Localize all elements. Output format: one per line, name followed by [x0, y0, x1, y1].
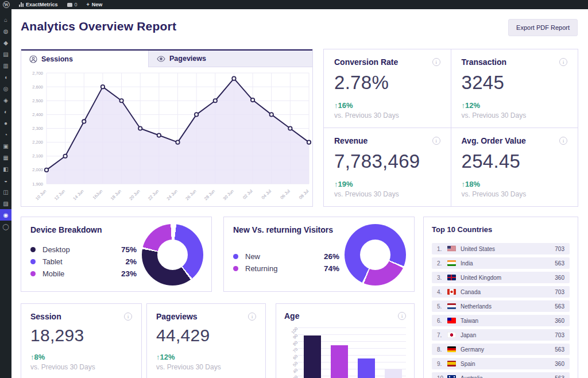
info-icon[interactable]: i — [124, 313, 132, 321]
tablet-dot-icon — [30, 259, 36, 264]
person-icon — [29, 55, 37, 63]
kpi-title: Revenue — [334, 136, 368, 145]
country-row: 10.Australia563 — [432, 372, 570, 378]
legend-value: 26% — [312, 252, 339, 261]
country-row: 9.Spain360 — [432, 358, 570, 369]
country-rows: 1.United States7032.India5633.United Kin… — [432, 243, 570, 378]
store-icon[interactable]: ◎ — [0, 83, 11, 94]
posts-icon[interactable]: ◆ — [0, 37, 11, 48]
info-icon[interactable]: i — [398, 312, 406, 320]
country-row: 4.Canada703 — [432, 286, 570, 298]
svg-text:08 Jul: 08 Jul — [298, 188, 310, 200]
legend-label: New — [245, 252, 312, 261]
svg-text:22 Jun: 22 Jun — [147, 188, 160, 201]
wordpress-logo-icon: W — [3, 1, 10, 8]
pageviews-title: Pageviews — [156, 312, 198, 321]
adminbar-exactmetrics[interactable]: ExactMetrics — [19, 2, 58, 7]
session-value: 18,293 — [30, 326, 132, 345]
info-icon[interactable]: i — [248, 313, 256, 321]
eye-icon — [157, 56, 165, 62]
loop-icon[interactable]: ◒ — [0, 175, 11, 186]
adminbar-comments[interactable]: 0 — [67, 2, 78, 7]
wp-logo-menu[interactable]: W — [3, 1, 10, 8]
svg-text:18 Jun: 18 Jun — [110, 188, 122, 201]
tab-sessions-label: Sessions — [41, 55, 73, 63]
svg-text:2,000: 2,000 — [32, 167, 43, 172]
country-name: Australia — [461, 375, 555, 378]
visitors-legend: New 26% Returning 74% — [233, 250, 339, 275]
wp-admin-bar: W ExactMetrics 0 + New — [0, 0, 588, 9]
desktop-dot-icon — [30, 247, 36, 252]
session-period: vs. Previous 30 Days — [30, 363, 132, 371]
country-row: 7.Japan703 — [432, 329, 570, 341]
country-rank: 1. — [437, 246, 447, 252]
tools-icon[interactable]: ◔ — [0, 129, 11, 140]
appearance-icon[interactable]: ◐ — [0, 106, 11, 117]
new-dot-icon — [233, 254, 238, 259]
session-title: Session — [30, 312, 61, 321]
kpi-value: 7,783,469 — [334, 151, 440, 172]
country-name: Netherlands — [461, 303, 555, 310]
flag-spain-icon — [447, 361, 456, 367]
dashboard-icon[interactable]: ⌂ — [0, 14, 11, 25]
gallery-icon[interactable]: ▨ — [0, 198, 11, 209]
country-name: Germany — [461, 346, 555, 353]
country-rank: 3. — [437, 275, 447, 281]
svg-text:24 Jun: 24 Jun — [166, 188, 179, 201]
legend-row-new: New 26% — [233, 250, 339, 263]
flag-netherlands-icon — [447, 303, 456, 309]
country-value: 360 — [555, 275, 564, 281]
marketing-icon[interactable]: ◈ — [0, 94, 11, 106]
age-bar — [331, 345, 348, 378]
adminbar-new[interactable]: + New — [87, 2, 103, 7]
svg-text:2,100: 2,100 — [32, 153, 43, 159]
adminbar-new-label: New — [92, 2, 103, 7]
legend-value: 74% — [312, 264, 339, 273]
tab-pageviews[interactable]: Pageviews — [149, 51, 312, 67]
age-card: Age i 10090807060504030 — [276, 303, 415, 378]
info-icon[interactable]: i — [432, 137, 440, 145]
svg-text:2,400: 2,400 — [32, 112, 43, 117]
info-icon[interactable]: i — [432, 58, 440, 66]
users-icon[interactable]: ● — [0, 117, 11, 129]
svg-text:2,200: 2,200 — [32, 140, 43, 145]
country-rank: 4. — [437, 289, 447, 295]
country-name: Canada — [461, 289, 555, 295]
age-bar — [358, 358, 375, 378]
info-icon[interactable]: i — [559, 137, 567, 145]
settings-icon[interactable]: ▣ — [0, 140, 11, 152]
pageviews-summary-card: Pageviews i 44,429 ↑12% vs. Previous 30 … — [146, 303, 266, 378]
country-value: 360 — [555, 361, 564, 367]
svg-text:14 Jun: 14 Jun — [72, 188, 84, 201]
legend-value: 2% — [109, 257, 137, 266]
layout-icon[interactable]: ▦ — [0, 152, 11, 163]
legend-row-desktop: Desktop 75% — [30, 244, 137, 256]
kpi-trend: 19% — [338, 180, 353, 188]
mail-icon[interactable]: ◫ — [0, 186, 11, 198]
kpi-title: Conversion Rate — [334, 57, 398, 67]
flag-canada-icon — [447, 289, 456, 295]
kpi-avg-order-value: Avg. Order Value i 254.45 ↑18% vs. Previ… — [451, 128, 578, 206]
age-gridline — [298, 334, 406, 335]
comments-icon[interactable]: ◖ — [0, 71, 11, 83]
legend-value: 23% — [109, 269, 137, 278]
session-trend: 8% — [34, 353, 45, 361]
tab-sessions[interactable]: Sessions — [21, 51, 149, 67]
exactmetrics-icon[interactable]: ◉ — [0, 209, 11, 221]
tab-pageviews-label: Pageviews — [169, 55, 206, 63]
export-pdf-button[interactable]: Export PDF Report — [508, 19, 578, 36]
age-gridline — [298, 327, 406, 328]
session-summary-card: Session i 18,293 ↑8% vs. Previous 30 Day… — [21, 303, 142, 378]
legend-value: 75% — [109, 245, 137, 254]
site-health-icon[interactable]: ◍ — [0, 25, 11, 37]
country-value: 703 — [555, 289, 564, 295]
duplicate-icon[interactable]: ◧ — [0, 163, 11, 175]
media-icon[interactable]: ▤ — [0, 48, 11, 60]
info-icon[interactable]: i — [559, 58, 567, 66]
pages-icon[interactable]: ▥ — [0, 60, 11, 71]
collapse-icon[interactable]: ◯ — [0, 221, 11, 232]
kpi-transaction: Transaction i 3245 ↑12% vs. Previous 30 … — [451, 49, 578, 128]
comment-bubble-icon — [67, 3, 72, 7]
country-name: India — [461, 260, 555, 267]
kpi-trend: 12% — [465, 101, 480, 110]
